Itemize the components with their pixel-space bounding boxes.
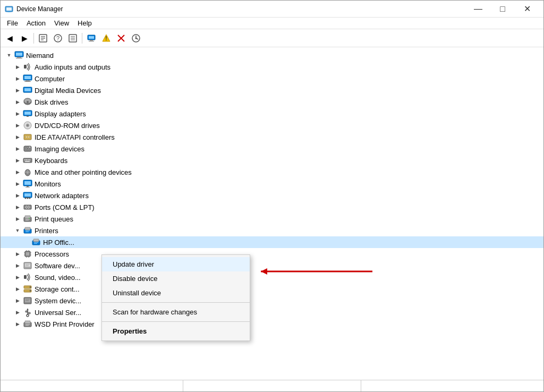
remove-button[interactable] bbox=[114, 31, 128, 45]
tree-ports[interactable]: ▶ Ports (COM & LPT) bbox=[1, 201, 543, 213]
mice-toggle[interactable]: ▶ bbox=[13, 168, 22, 176]
tree-wsd[interactable]: ▶ WSD Print Provider bbox=[1, 318, 543, 330]
monitors-icon bbox=[23, 179, 32, 189]
svg-rect-87 bbox=[25, 227, 30, 230]
tree-root[interactable]: ▼ Niemand bbox=[1, 49, 543, 61]
tree-print-queues[interactable]: ▶ Print queues bbox=[1, 213, 543, 225]
toolbar-separator-2 bbox=[82, 33, 82, 44]
ports-toggle[interactable]: ▶ bbox=[13, 203, 22, 211]
tree-storage[interactable]: ▶ Storage cont... bbox=[1, 283, 543, 295]
svg-marker-129 bbox=[261, 268, 267, 275]
svg-rect-25 bbox=[17, 57, 21, 58]
wsd-icon bbox=[23, 319, 32, 329]
computer-toggle[interactable]: ▶ bbox=[13, 74, 22, 83]
close-button[interactable]: ✕ bbox=[515, 1, 539, 18]
hp-printer-icon bbox=[31, 237, 41, 247]
network-toggle[interactable]: ▶ bbox=[13, 191, 22, 200]
tree-hp-printer[interactable]: HP Offic... bbox=[1, 236, 543, 248]
scan-button[interactable] bbox=[129, 31, 143, 45]
monitors-toggle[interactable]: ▶ bbox=[13, 180, 22, 188]
tree-audio[interactable]: ▶ Audio inputs and outputs bbox=[1, 61, 543, 73]
tree-ide[interactable]: ▶ IDE ATA/ATAPI controllers bbox=[1, 131, 543, 143]
root-toggle[interactable]: ▼ bbox=[5, 51, 13, 59]
keyboard-toggle[interactable]: ▶ bbox=[13, 156, 22, 165]
computer-label: Computer bbox=[35, 75, 65, 83]
tree-digital-media[interactable]: ▶ Digital Media Devices bbox=[1, 84, 543, 96]
svg-rect-114 bbox=[25, 299, 30, 302]
network-icon bbox=[23, 191, 32, 200]
tree-mice[interactable]: ▶ Mice and other pointing devices bbox=[1, 166, 543, 178]
wsd-toggle[interactable]: ▶ bbox=[13, 320, 22, 328]
network-label: Network adapters bbox=[35, 192, 89, 200]
title-bar-icon bbox=[5, 5, 13, 13]
tree-network[interactable]: ▶ Network adapters bbox=[1, 190, 543, 201]
ctx-uninstall-device[interactable]: Uninstall device bbox=[102, 286, 250, 300]
menu-help[interactable]: Help bbox=[73, 18, 96, 28]
ide-toggle[interactable]: ▶ bbox=[13, 133, 22, 141]
svg-rect-30 bbox=[26, 80, 30, 81]
digital-media-toggle[interactable]: ▶ bbox=[13, 86, 22, 95]
imaging-toggle[interactable]: ▶ bbox=[13, 144, 22, 153]
mice-icon bbox=[23, 167, 32, 177]
ctx-scan-hardware[interactable]: Scan for hardware changes bbox=[102, 305, 250, 319]
digital-media-icon bbox=[23, 86, 32, 95]
disk-toggle[interactable]: ▶ bbox=[13, 98, 22, 106]
svg-rect-105 bbox=[25, 263, 30, 267]
window-controls: — □ ✕ bbox=[466, 1, 539, 18]
ctx-update-driver[interactable]: Update driver bbox=[102, 257, 250, 271]
svg-rect-24 bbox=[16, 53, 22, 56]
svg-rect-127 bbox=[26, 325, 29, 326]
svg-rect-51 bbox=[29, 147, 30, 148]
tree-imaging[interactable]: ▶ Imaging devices bbox=[1, 143, 543, 155]
print-queues-toggle[interactable]: ▶ bbox=[13, 215, 22, 223]
tree-dvd[interactable]: ▶ DVD/CD-ROM drives bbox=[1, 120, 543, 131]
ctx-separator-1 bbox=[102, 302, 250, 303]
properties-button[interactable] bbox=[36, 31, 50, 45]
tree-computer[interactable]: ▶ Computer bbox=[1, 73, 543, 84]
tree-usb[interactable]: ▶ Universal Ser... bbox=[1, 306, 543, 318]
audio-label: Audio inputs and outputs bbox=[35, 63, 110, 71]
tree-printers[interactable]: ▼ Printers bbox=[1, 225, 543, 236]
help-icon-button[interactable] bbox=[66, 31, 80, 45]
computer-tree-icon bbox=[23, 74, 32, 83]
sound-icon bbox=[23, 272, 32, 282]
tree-processors[interactable]: ▶ Processors bbox=[1, 248, 543, 260]
processors-toggle[interactable]: ▶ bbox=[13, 250, 22, 258]
tree-display[interactable]: ▶ Display adapters bbox=[1, 108, 543, 120]
warning-button[interactable]: ! bbox=[99, 31, 113, 45]
menu-file[interactable]: File bbox=[3, 18, 22, 28]
system-toggle[interactable]: ▶ bbox=[13, 296, 22, 305]
sound-toggle[interactable]: ▶ bbox=[13, 273, 22, 282]
dvd-toggle[interactable]: ▶ bbox=[13, 121, 22, 130]
svg-point-111 bbox=[30, 286, 31, 287]
ctx-disable-device[interactable]: Disable device bbox=[102, 271, 250, 286]
svg-text:?: ? bbox=[56, 35, 60, 41]
display-icon bbox=[23, 109, 32, 118]
audio-toggle[interactable]: ▶ bbox=[13, 63, 22, 71]
title-bar: Device Manager — □ ✕ bbox=[1, 1, 543, 18]
forward-button[interactable]: ▶ bbox=[18, 31, 31, 45]
ctx-properties[interactable]: Properties bbox=[102, 324, 250, 338]
display-toggle[interactable]: ▶ bbox=[13, 109, 22, 118]
back-button[interactable]: ◀ bbox=[3, 31, 16, 45]
tree-monitors[interactable]: ▶ Monitors bbox=[1, 178, 543, 190]
update-button[interactable]: ? bbox=[51, 31, 65, 45]
tree-system[interactable]: ▶ System devic... bbox=[1, 295, 543, 306]
storage-icon bbox=[23, 284, 32, 294]
svg-rect-65 bbox=[26, 187, 30, 188]
svg-point-22 bbox=[135, 37, 137, 39]
svg-rect-55 bbox=[28, 159, 29, 160]
tree-disk[interactable]: ▶ Disk drives bbox=[1, 96, 543, 108]
svg-rect-67 bbox=[24, 193, 31, 197]
printers-toggle[interactable]: ▼ bbox=[13, 226, 22, 235]
svg-rect-108 bbox=[24, 275, 27, 279]
computer-button[interactable] bbox=[84, 31, 98, 45]
menu-view[interactable]: View bbox=[50, 18, 73, 28]
menu-action[interactable]: Action bbox=[22, 18, 50, 28]
minimize-button[interactable]: — bbox=[466, 1, 490, 18]
usb-toggle[interactable]: ▶ bbox=[13, 308, 22, 317]
tree-keyboard[interactable]: ▶ Keyboards bbox=[1, 155, 543, 166]
storage-toggle[interactable]: ▶ bbox=[13, 285, 22, 293]
maximize-button[interactable]: □ bbox=[490, 1, 515, 18]
software-toggle[interactable]: ▶ bbox=[13, 261, 22, 270]
